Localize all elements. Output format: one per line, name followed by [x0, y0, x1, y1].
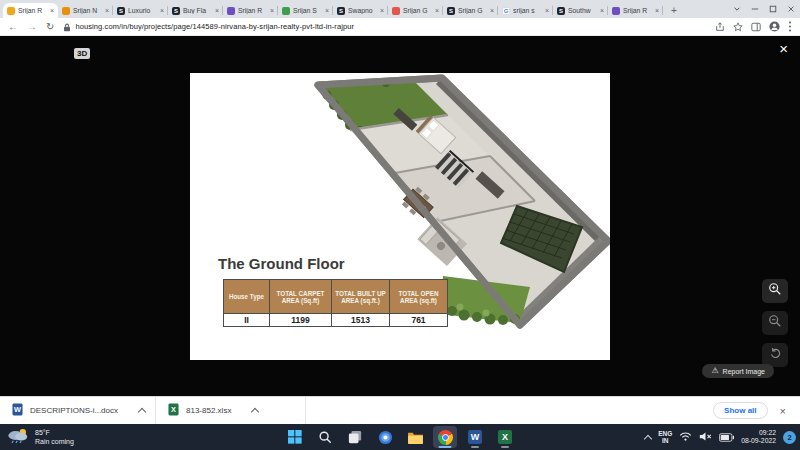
table-header-cell: TOTAL BUILT UP AREA (sq.ft.)	[332, 280, 390, 314]
tab-close-icon[interactable]: ×	[490, 7, 494, 14]
taskbar-chat-icon[interactable]	[373, 426, 397, 448]
tab-favicon	[7, 7, 15, 15]
tabs-container: Srijan R×Srijan N×SLuxurio×SBuy Fla×Srij…	[3, 3, 663, 18]
warning-triangle-icon: ⚠	[711, 367, 718, 375]
tab-favicon	[392, 7, 400, 15]
window-controls	[728, 0, 800, 18]
tab-label: Srijan G	[458, 7, 487, 14]
browser-tab[interactable]: Srijan R×	[223, 3, 278, 18]
tab-close-icon[interactable]: ×	[105, 7, 109, 14]
taskbar-task-view-icon[interactable]	[343, 426, 367, 448]
browser-tab[interactable]: Srijan N×	[58, 3, 113, 18]
area-table: House TypeTOTAL CARPET AREA (Sq.ft)TOTAL…	[223, 279, 448, 327]
browser-tab[interactable]: Srijan R×	[608, 3, 663, 18]
tab-close-icon[interactable]: ×	[160, 7, 164, 14]
tab-close-icon[interactable]: ×	[600, 7, 604, 14]
tab-favicon: S	[172, 7, 180, 15]
download-options-chevron[interactable]	[251, 408, 259, 416]
taskbar-apps: WX	[283, 424, 517, 450]
tab-label: Srijan R	[238, 7, 267, 14]
tab-close-icon[interactable]: ×	[215, 7, 219, 14]
taskbar-excel-icon[interactable]: X	[493, 426, 517, 448]
notification-badge[interactable]: 2	[783, 431, 796, 444]
toolbar-right-icons	[715, 18, 792, 36]
downloads-bar-close-icon[interactable]: ×	[780, 405, 786, 417]
bookmark-star-icon[interactable]	[733, 18, 743, 36]
browser-tab[interactable]: Srijan R×	[3, 3, 58, 18]
show-all-downloads-button[interactable]: Show all	[713, 402, 767, 419]
download-file-name: 813-852.xlsx	[186, 406, 231, 415]
browser-toolbar: ← → ↻ housing.com/in/buy/projects/page/1…	[0, 18, 800, 36]
browser-tab[interactable]: SSouthw×	[553, 3, 608, 18]
browser-tab[interactable]: SBuy Fla×	[168, 3, 223, 18]
download-cards: WDESCRIPTIONS-i...docxX813-852.xlsx	[0, 397, 306, 424]
side-panel-icon[interactable]	[751, 18, 761, 36]
windows-taskbar: 85°F Rain coming WX ENG IN 09:22 08-09-2	[0, 424, 800, 450]
image-tools	[762, 279, 788, 367]
tab-label: Srijan R	[18, 7, 47, 14]
svg-text:X: X	[171, 405, 176, 414]
browser-tab[interactable]: SLuxurio×	[113, 3, 168, 18]
language-indicator[interactable]: ENG IN	[658, 430, 672, 445]
refresh-button[interactable]: ↻	[46, 22, 54, 32]
battery-icon[interactable]	[719, 428, 734, 446]
taskbar-search-icon[interactable]	[313, 426, 337, 448]
address-bar[interactable]: housing.com/in/buy/projects/page/144589-…	[63, 18, 706, 36]
report-image-button[interactable]: ⚠ Report Image	[702, 364, 774, 378]
download-file-name: DESCRIPTIONS-i...docx	[30, 406, 118, 415]
rotate-icon	[769, 346, 782, 364]
download-file-card[interactable]: WDESCRIPTIONS-i...docx	[0, 397, 156, 424]
browser-tab[interactable]: Srijan G×	[388, 3, 443, 18]
tab-favicon: G	[502, 7, 510, 15]
tab-close-icon[interactable]: ×	[435, 7, 439, 14]
tab-favicon: S	[557, 7, 565, 15]
browser-tab[interactable]: Gsrijan s×	[498, 3, 553, 18]
tab-close-icon[interactable]: ×	[270, 7, 274, 14]
taskbar-word-icon[interactable]: W	[463, 426, 487, 448]
tab-close-icon[interactable]: ×	[545, 7, 549, 14]
tab-label: Srijan R	[623, 7, 652, 14]
forward-button[interactable]: →	[27, 22, 37, 32]
close-window-button[interactable]	[782, 0, 800, 18]
taskbar-file-explorer-icon[interactable]	[403, 426, 427, 448]
browser-tab[interactable]: Srijan S×	[278, 3, 333, 18]
minimize-button[interactable]	[746, 0, 764, 18]
volume-muted-icon[interactable]	[699, 428, 712, 446]
table-header-cell: House Type	[224, 280, 270, 314]
tab-close-icon[interactable]: ×	[325, 7, 329, 14]
tab-label: Srijan S	[293, 7, 322, 14]
menu-dots-icon[interactable]	[788, 18, 792, 36]
tab-close-icon[interactable]: ×	[655, 7, 659, 14]
lightbox-close-icon[interactable]: ×	[779, 40, 788, 57]
tab-close-icon[interactable]: ×	[50, 7, 54, 14]
tab-label: Buy Fla	[183, 7, 212, 14]
maximize-button[interactable]	[764, 0, 782, 18]
back-button[interactable]: ←	[8, 22, 18, 32]
window-menu-chevron-icon[interactable]	[728, 0, 746, 18]
browser-tab[interactable]: SSrijan G×	[443, 3, 498, 18]
zoom-out-button[interactable]	[762, 311, 788, 335]
taskbar-start-icon[interactable]	[283, 426, 307, 448]
zoom-in-button[interactable]	[762, 279, 788, 303]
new-tab-button[interactable]: +	[667, 3, 681, 17]
hidden-icons-chevron[interactable]	[644, 434, 652, 442]
share-icon[interactable]	[715, 18, 725, 36]
downloads-bar: WDESCRIPTIONS-i...docxX813-852.xlsx Show…	[0, 396, 800, 424]
profile-avatar[interactable]	[769, 18, 780, 36]
clock[interactable]: 09:22 08-09-2022	[741, 429, 776, 445]
table-header-cell: TOTAL CARPET AREA (Sq.ft)	[270, 280, 332, 314]
tab-favicon	[612, 7, 620, 15]
tab-label: srijan s	[513, 7, 542, 14]
download-options-chevron[interactable]	[138, 408, 146, 416]
tab-close-icon[interactable]: ×	[380, 7, 384, 14]
tab-label: Swapno	[348, 7, 377, 14]
browser-tab[interactable]: SSwapno×	[333, 3, 388, 18]
wifi-icon[interactable]	[679, 428, 692, 446]
weather-widget[interactable]: 85°F Rain coming	[6, 426, 74, 449]
download-file-card[interactable]: X813-852.xlsx	[156, 397, 306, 424]
table-cell: 761	[390, 314, 448, 327]
taskbar-chrome-icon[interactable]	[433, 426, 457, 448]
table-cell: 1199	[270, 314, 332, 327]
tab-strip: Srijan R×Srijan N×SLuxurio×SBuy Fla×Srij…	[0, 0, 800, 18]
floor-plan-image: The Ground Floor House TypeTOTAL CARPET …	[190, 73, 610, 360]
